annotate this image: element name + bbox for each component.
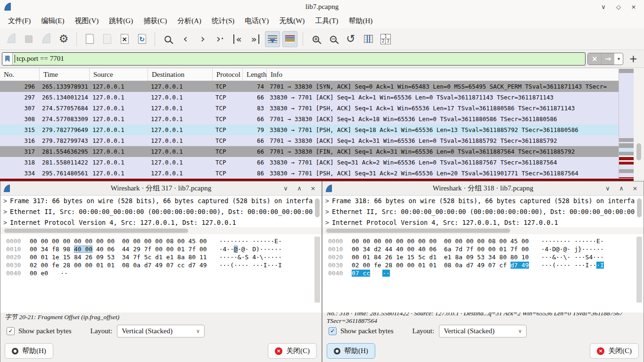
- packet-row-307[interactable]: 307274.577057684127.0.0.1127.0.0.1TCP833…: [0, 103, 619, 114]
- unshade-button[interactable]: ∧: [296, 185, 303, 192]
- packet-detail-row[interactable]: >Internet Protocol Version 4, Src: 127.0…: [322, 217, 644, 227]
- packet-row-334[interactable]: 334295.761480561127.0.0.1127.0.0.1TCP863…: [0, 168, 619, 179]
- hex-dump-row[interactable]: 004000 e0··: [0, 269, 322, 277]
- hex-dump-row[interactable]: 000000 00 00 00 00 00 00 00 00 00 00 00 …: [322, 237, 644, 245]
- menu-analyze[interactable]: 分析(A): [172, 15, 206, 27]
- reload-file-button[interactable]: [134, 31, 149, 47]
- window-titlebar[interactable]: lib7.pcapng ∨◇×: [0, 0, 644, 13]
- zoom-in-button[interactable]: [308, 31, 323, 47]
- menu-file[interactable]: 文件(F): [3, 15, 36, 27]
- menu-tools[interactable]: 工具(T): [310, 15, 343, 27]
- expand-chevron-icon[interactable]: >: [325, 196, 332, 206]
- expand-chevron-icon[interactable]: >: [3, 196, 10, 206]
- hex-scrollbar[interactable]: [636, 237, 642, 303]
- packet-detail-row[interactable]: >Ethernet II, Src: 00:00:00_00:00:00 (00…: [0, 206, 322, 217]
- scrollbar-thumb[interactable]: [636, 143, 641, 160]
- packet-row-297[interactable]: 297265.134001214127.0.0.1127.0.0.1TCP663…: [0, 92, 619, 103]
- filter-add-button[interactable]: +: [629, 53, 637, 65]
- hex-dump-row[interactable]: 002000 01 84 26 1e 15 5c d1 e1 8a 09 53 …: [322, 253, 644, 261]
- expand-chevron-icon[interactable]: >: [325, 217, 332, 227]
- scrollbar-thumb[interactable]: [326, 229, 510, 233]
- open-file-button[interactable]: [82, 31, 97, 47]
- packet-row-296[interactable]: 296265.133978931127.0.0.1127.0.0.1TCP747…: [0, 81, 619, 92]
- stop-capture-button[interactable]: [21, 31, 36, 47]
- show-packet-bytes-checkbox[interactable]: ✓: [7, 327, 15, 335]
- packet-detail-row[interactable]: >Frame 318: 66 bytes on wire (528 bits),…: [322, 196, 644, 206]
- hex-dump-row[interactable]: 002000 01 1e 15 84 26 09 53 34 7f 5c d1 …: [0, 253, 322, 261]
- packet-list-scrollbar[interactable]: [634, 68, 644, 179]
- packet-detail-row[interactable]: >Internet Protocol Version 4, Src: 127.0…: [0, 217, 322, 227]
- hex-dump-row[interactable]: 000000 00 00 00 00 00 00 00 00 00 00 00 …: [0, 237, 322, 245]
- close-button[interactable]: ×关闭(C): [590, 343, 639, 359]
- show-packet-bytes-checkbox[interactable]: ✓: [329, 327, 337, 335]
- filter-bookmark-button[interactable]: [2, 53, 13, 65]
- menu-wireless[interactable]: 无线(W): [274, 15, 310, 27]
- packet-row-316[interactable]: 316279.782799743127.0.0.1127.0.0.1TCP667…: [0, 135, 619, 146]
- horizontal-scrollbar[interactable]: [0, 227, 322, 234]
- close-file-button[interactable]: [117, 31, 132, 47]
- packet-detail-row[interactable]: >Ethernet II, Src: 00:00:00_00:00:00 (00…: [322, 206, 644, 217]
- shade-button[interactable]: ∨: [604, 185, 611, 192]
- layout-select[interactable]: Vertical (Stacked)∨: [117, 325, 205, 337]
- close-window-button[interactable]: ×: [309, 185, 317, 192]
- hex-dump-row[interactable]: 003002 00 fe 28 00 00 01 01 08 0a d7 49 …: [0, 261, 322, 269]
- close-window-button[interactable]: ×: [631, 185, 639, 192]
- display-filter-input[interactable]: tcp.port == 7701: [2, 52, 586, 66]
- expand-chevron-icon[interactable]: >: [3, 217, 10, 227]
- restart-capture-button[interactable]: [39, 31, 54, 47]
- hex-dump-row[interactable]: 001000 34 f8 98 40 00 40 06 44 29 7f 00 …: [0, 245, 322, 253]
- packet-row-315[interactable]: 315279.782779649127.0.0.1127.0.0.1TCP793…: [0, 124, 619, 135]
- column-header-protocol[interactable]: Protocol: [213, 68, 243, 81]
- minimize-button[interactable]: ∨: [600, 3, 607, 10]
- menu-capture[interactable]: 捕获(C): [138, 15, 172, 27]
- menu-edit[interactable]: 编辑(E): [36, 15, 69, 27]
- zoom-out-button[interactable]: [326, 31, 341, 47]
- colorize-button[interactable]: [282, 31, 297, 47]
- capture-options-button[interactable]: ⚙: [56, 31, 71, 47]
- hex-scrollbar[interactable]: [314, 237, 320, 303]
- first-packet-button[interactable]: «: [230, 31, 245, 47]
- shade-button[interactable]: ∨: [282, 185, 289, 192]
- go-back-button[interactable]: ‹: [178, 31, 193, 47]
- column-layout-button[interactable]: 123: [378, 31, 393, 47]
- help-button[interactable]: 帮助(H): [327, 343, 375, 359]
- auto-scroll-button[interactable]: [265, 31, 280, 47]
- column-header-length[interactable]: Length: [243, 68, 267, 81]
- column-header-info[interactable]: Info: [267, 68, 619, 81]
- unshade-button[interactable]: ∧: [618, 185, 625, 192]
- hex-dump-row[interactable]: 004007 cc··: [322, 269, 644, 277]
- horizontal-scrollbar[interactable]: [322, 227, 644, 234]
- expand-chevron-icon[interactable]: >: [325, 206, 332, 217]
- hex-dump-row[interactable]: 003002 00 fe 28 00 00 01 01 08 0a d7 49 …: [322, 261, 644, 269]
- packet-row-318[interactable]: 318281.558011422127.0.0.1127.0.0.1TCP663…: [0, 157, 619, 168]
- column-header-time[interactable]: Time: [40, 68, 90, 81]
- menu-help[interactable]: 帮助(H): [343, 15, 378, 27]
- menu-view[interactable]: 视图(V): [70, 15, 104, 27]
- last-packet-button[interactable]: »: [248, 31, 263, 47]
- expand-chevron-icon[interactable]: >: [3, 206, 10, 217]
- detail-window-titlebar[interactable]: Wireshark · 分组 318 · lib7.pcapng∨∧×: [322, 181, 644, 196]
- column-header-no[interactable]: No.: [0, 68, 40, 81]
- go-to-packet-button[interactable]: ›·: [213, 31, 228, 47]
- column-header-destination[interactable]: Destination: [148, 68, 213, 81]
- resize-columns-button[interactable]: [361, 31, 376, 47]
- scrollbar-thumb[interactable]: [4, 229, 188, 233]
- menu-statistics[interactable]: 统计(S): [206, 15, 239, 27]
- packet-detail-row[interactable]: >Frame 317: 66 bytes on wire (528 bits),…: [0, 196, 322, 206]
- filter-clear-button[interactable]: ×: [588, 53, 601, 65]
- zoom-reset-button[interactable]: ↺: [343, 31, 358, 47]
- tree-scrollbar-thumb[interactable]: [637, 198, 642, 217]
- packet-row-317[interactable]: 317281.554636295127.0.0.1127.0.0.1TCP667…: [0, 146, 619, 157]
- menu-go[interactable]: 跳转(G): [104, 15, 138, 27]
- tree-scrollbar-thumb[interactable]: [315, 198, 320, 217]
- maximize-button[interactable]: ◇: [615, 3, 622, 10]
- help-button[interactable]: 帮助(H): [5, 343, 53, 359]
- packet-list-minimap[interactable]: [619, 69, 634, 179]
- find-packet-button[interactable]: [160, 31, 175, 47]
- filter-apply-button[interactable]: →: [601, 53, 614, 65]
- close-button[interactable]: ×关闭(C): [268, 343, 317, 359]
- go-forward-button[interactable]: ›: [195, 31, 210, 47]
- save-file-button[interactable]: [99, 31, 115, 47]
- detail-window-titlebar[interactable]: Wireshark · 分组 317 · lib7.pcapng∨∧×: [0, 181, 322, 196]
- filter-history-caret[interactable]: ▾: [614, 56, 623, 61]
